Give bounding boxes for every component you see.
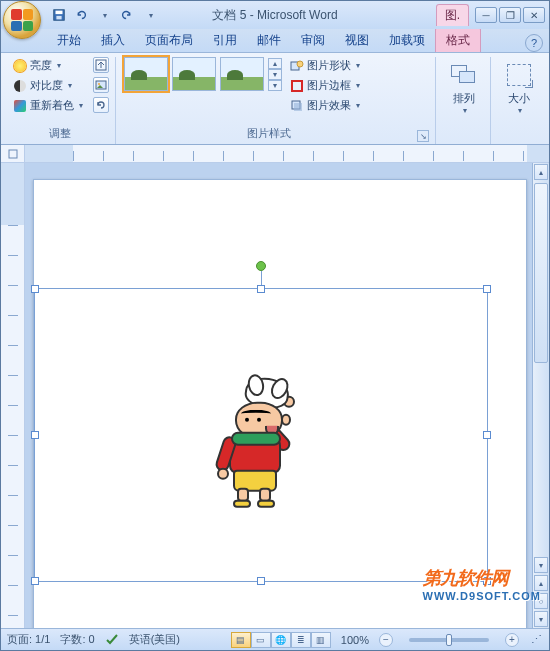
recolor-label: 重新着色 [30, 98, 74, 113]
style-thumb-1[interactable] [124, 57, 168, 91]
svg-rect-10 [294, 103, 302, 111]
scroll-thumb[interactable] [534, 183, 548, 363]
resize-handle-t[interactable] [257, 285, 265, 293]
resize-handle-bl[interactable] [31, 577, 39, 585]
contrast-button[interactable]: 对比度▾ [11, 77, 85, 94]
rotate-handle[interactable] [256, 261, 266, 271]
contrast-icon [14, 80, 26, 92]
resize-handle-tr[interactable] [483, 285, 491, 293]
gallery-scroll-up[interactable]: ▴ [268, 58, 282, 69]
resize-handle-br[interactable] [483, 577, 491, 585]
status-word-count[interactable]: 字数: 0 [60, 632, 94, 647]
zoom-out-button[interactable]: − [379, 633, 393, 647]
size-label: 大小 [508, 91, 530, 106]
tab-view[interactable]: 视图 [335, 28, 379, 52]
redo-icon[interactable] [119, 7, 135, 23]
resize-handle-b[interactable] [257, 577, 265, 585]
tab-addins[interactable]: 加载项 [379, 28, 435, 52]
scroll-track[interactable] [533, 181, 549, 556]
gallery-expand[interactable]: ▾ [268, 80, 282, 91]
gallery-scroll-down[interactable]: ▾ [268, 69, 282, 80]
scroll-up-button[interactable]: ▴ [534, 164, 548, 180]
brightness-button[interactable]: 亮度▾ [11, 57, 85, 74]
view-outline[interactable]: ≣ [291, 632, 311, 648]
selected-picture[interactable] [34, 288, 488, 582]
resize-handle-tl[interactable] [31, 285, 39, 293]
zoom-level[interactable]: 100% [341, 634, 369, 646]
ruler-toggle[interactable] [1, 145, 25, 163]
reset-picture-button[interactable] [93, 97, 109, 113]
document-viewport[interactable] [25, 163, 549, 628]
picture-styles-launcher[interactable]: ↘ [417, 130, 429, 142]
tab-references[interactable]: 引用 [203, 28, 247, 52]
style-thumb-2[interactable] [172, 57, 216, 91]
view-full-screen[interactable]: ▭ [251, 632, 271, 648]
picture-effects-icon [290, 99, 304, 113]
tab-mailings[interactable]: 邮件 [247, 28, 291, 52]
save-icon[interactable] [51, 7, 67, 23]
undo-dropdown-icon[interactable]: ▾ [97, 7, 113, 23]
chevron-down-icon: ▾ [463, 106, 467, 115]
zoom-slider-thumb[interactable] [446, 634, 452, 646]
status-proofing-icon[interactable] [105, 632, 119, 648]
status-page[interactable]: 页面: 1/1 [7, 632, 50, 647]
browse-object-button[interactable]: ○ [534, 593, 548, 609]
qat-customize-icon[interactable]: ▾ [143, 7, 159, 23]
picture-styles-gallery[interactable]: ▴ ▾ ▾ [124, 57, 282, 91]
svg-point-5 [98, 83, 100, 85]
window-title: 文档 5 - Microsoft Word [212, 7, 337, 24]
picture-shape-button[interactable]: 图片形状▾ [288, 57, 362, 74]
chevron-down-icon: ▾ [356, 81, 360, 90]
tab-review[interactable]: 审阅 [291, 28, 335, 52]
compress-pictures-button[interactable] [93, 57, 109, 73]
tab-format[interactable]: 格式 [435, 27, 481, 52]
vertical-scrollbar[interactable]: ▴ ▾ ▴ ○ ▾ [532, 163, 549, 628]
resize-grip-icon[interactable]: ⋰ [529, 633, 543, 646]
size-button[interactable]: 大小 ▾ [499, 57, 539, 119]
recolor-button[interactable]: 重新着色▾ [11, 97, 85, 114]
rotate-connector [261, 271, 262, 285]
picture-border-icon [290, 79, 304, 93]
arrange-button[interactable]: 排列 ▾ [444, 57, 484, 119]
tab-home[interactable]: 开始 [47, 28, 91, 52]
group-adjust-label: 调整 [11, 125, 109, 142]
picture-border-button[interactable]: 图片边框▾ [288, 77, 362, 94]
group-arrange-label [444, 128, 484, 142]
help-button[interactable]: ? [525, 34, 543, 52]
restore-button[interactable]: ❐ [499, 7, 521, 23]
horizontal-ruler[interactable] [25, 145, 549, 163]
previous-page-button[interactable]: ▴ [534, 575, 548, 591]
contextual-tab-group-label: 图. [436, 4, 469, 26]
page[interactable] [33, 179, 527, 628]
scroll-down-button[interactable]: ▾ [534, 557, 548, 573]
ribbon-tabs: 开始 插入 页面布局 引用 邮件 审阅 视图 加载项 格式 ? [1, 29, 549, 53]
zoom-slider[interactable] [409, 638, 489, 642]
change-picture-button[interactable] [93, 77, 109, 93]
view-web-layout[interactable]: 🌐 [271, 632, 291, 648]
zoom-in-button[interactable]: + [505, 633, 519, 647]
svg-rect-8 [292, 81, 302, 91]
tab-page-layout[interactable]: 页面布局 [135, 28, 203, 52]
status-language[interactable]: 英语(美国) [129, 632, 180, 647]
resize-handle-l[interactable] [31, 431, 39, 439]
ribbon: 亮度▾ 对比度▾ 重新着色▾ 调整 ▴ [1, 53, 549, 145]
chevron-down-icon: ▾ [68, 81, 72, 90]
view-print-layout[interactable]: ▤ [231, 632, 251, 648]
next-page-button[interactable]: ▾ [534, 611, 548, 627]
view-buttons: ▤ ▭ 🌐 ≣ ▥ [231, 632, 331, 648]
resize-handle-r[interactable] [483, 431, 491, 439]
style-thumb-3[interactable] [220, 57, 264, 91]
tab-insert[interactable]: 插入 [91, 28, 135, 52]
app-window: ▾ ▾ 文档 5 - Microsoft Word 图. ─ ❐ ✕ 开始 插入… [0, 0, 550, 651]
close-button[interactable]: ✕ [523, 7, 545, 23]
contrast-label: 对比度 [30, 78, 63, 93]
view-draft[interactable]: ▥ [311, 632, 331, 648]
picture-effects-button[interactable]: 图片效果▾ [288, 97, 362, 114]
vertical-ruler[interactable] [1, 163, 25, 628]
minimize-button[interactable]: ─ [475, 7, 497, 23]
undo-icon[interactable] [73, 7, 89, 23]
chevron-down-icon: ▾ [57, 61, 61, 70]
work-area: ▴ ▾ ▴ ○ ▾ 第九软件网 WWW.D9SOFT.COM [1, 163, 549, 628]
picture-content-cartoon [211, 378, 311, 508]
office-button[interactable] [3, 1, 41, 39]
